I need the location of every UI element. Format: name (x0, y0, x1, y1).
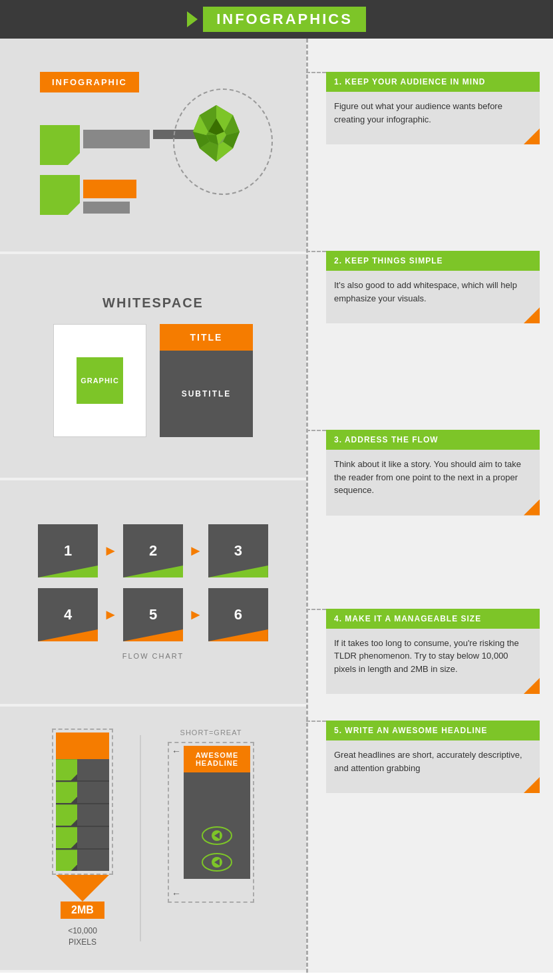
tip-title-2: KEEP THINGS SIMPLE (345, 256, 443, 265)
tip-box-1: 1. KEEP YOUR AUDIENCE IN MIND Figure out… (326, 72, 540, 144)
connector-5 (306, 721, 326, 722)
dark-fill-4 (77, 827, 109, 848)
header: INFOGRAPHICS (0, 0, 553, 39)
flow-num-5: 5 (149, 606, 157, 623)
vertical-dashed-line (306, 39, 308, 973)
green-tri-4 (56, 827, 77, 848)
flow-illustration: 1 ► 2 ► 3 4 ► (27, 524, 279, 660)
row1 (56, 759, 109, 780)
tip-area-3: 3. ADDRESS THE FLOW Think about it like … (306, 337, 553, 529)
header-arrow-icon (187, 11, 198, 27)
tip-number-1: 1. (334, 77, 342, 86)
title-bar: TITLE (160, 324, 253, 351)
flow-arrow-2: ► (188, 542, 203, 560)
green-tri-5 (56, 850, 77, 871)
flow-card-4: 4 (38, 588, 98, 641)
flow-card-5: 5 (123, 588, 183, 641)
green-tri-1 (56, 759, 77, 780)
infographic-body: INFOGRAPHIC (0, 39, 553, 973)
whitespace-illustration: WHITESPACE GRAPHIC TITLE SUBTITLE (27, 295, 279, 437)
tip-header-2: 2. KEEP THINGS SIMPLE (326, 251, 540, 271)
section-whitespace: WHITESPACE GRAPHIC TITLE SUBTITLE (0, 254, 306, 480)
infographic-label: INFOGRAPHIC (40, 72, 139, 92)
green-square-icon-1 (40, 125, 80, 165)
eye-icon-2 (200, 852, 234, 872)
headline-dark-body (184, 772, 250, 879)
eye-icon-1 (200, 826, 234, 846)
connector-1 (306, 72, 326, 73)
flow-num-1: 1 (64, 542, 72, 560)
arrow-down: ← (172, 888, 181, 899)
orange-rect-2 (83, 180, 136, 198)
graphic-label: GRAPHIC (77, 357, 123, 404)
tip-body-3: Think about it like a story. You should … (326, 450, 540, 516)
graphic-box: GRAPHIC (53, 324, 146, 437)
dark-fill-2 (77, 782, 109, 803)
tip-area-4: 4. MAKE IT A MANAGEABLE SIZE If it takes… (306, 529, 553, 708)
flow-row-1: 1 ► 2 ► 3 (27, 524, 279, 577)
tip-title-5: WRITE AN AWESOME HEADLINE (345, 726, 487, 735)
headline-orange-top: AWESOMEHEADLINE (184, 746, 250, 772)
tip-title-3: ADDRESS THE FLOW (345, 435, 439, 444)
left-panels: INFOGRAPHIC (0, 39, 306, 973)
tip-box-2: 2. KEEP THINGS SIMPLE It's also good to … (326, 251, 540, 323)
short-great-label: SHORT=GREAT (180, 729, 242, 736)
tip-number-2: 2. (334, 256, 342, 265)
tip-title-4: MAKE IT A MANAGEABLE SIZE (345, 614, 481, 623)
section-audience: INFOGRAPHIC (0, 39, 306, 254)
vertical-separator (140, 735, 141, 941)
tip-box-3: 3. ADDRESS THE FLOW Think about it like … (326, 430, 540, 516)
arrow-up: ← (172, 746, 181, 756)
flow-arrow-1: ► (103, 542, 118, 560)
tip-body-1: Figure out what your audience wants befo… (326, 92, 540, 144)
tip-body-5: Great headlines are short, accurately de… (326, 740, 540, 793)
whitespace-row: GRAPHIC TITLE SUBTITLE (27, 324, 279, 437)
dark-fill-3 (77, 804, 109, 826)
size-illustration: 2MB <10,000PIXELS SHORT=GREAT ← ← (52, 729, 254, 948)
headline-arrows-wrapper: ← ← AWESOMEHEADLINE (172, 746, 250, 899)
tip-box-5: 5. WRITE AN AWESOME HEADLINE Great headl… (326, 721, 540, 793)
green-tri-2 (56, 782, 77, 803)
flow-num-6: 6 (234, 606, 242, 623)
flow-num-2: 2 (149, 542, 157, 560)
row4 (56, 827, 109, 848)
row2 (56, 782, 109, 803)
tip-title-1: KEEP YOUR AUDIENCE IN MIND (345, 77, 485, 86)
tip-area-5: 5. WRITE AN AWESOME HEADLINE Great headl… (306, 707, 553, 806)
dark-fill-5 (77, 850, 109, 871)
flow-card-2: 2 (123, 524, 183, 577)
tip-area-1: 1. KEEP YOUR AUDIENCE IN MIND Figure out… (306, 39, 553, 158)
mb-label: 2MB (61, 901, 104, 919)
tip-number-3: 3. (334, 435, 342, 444)
flow-card-6: 6 (208, 588, 268, 641)
brain-dashed-circle (173, 88, 273, 195)
arrow-col: ← ← (172, 746, 181, 899)
right-tips: 1. KEEP YOUR AUDIENCE IN MIND Figure out… (306, 39, 553, 973)
flow-arrow-3: ► (103, 606, 118, 623)
footer: core dna (0, 973, 553, 980)
tip-header-4: 4. MAKE IT A MANAGEABLE SIZE (326, 609, 540, 629)
orange-top-bar (56, 733, 109, 759)
whitespace-label: WHITESPACE (27, 295, 279, 311)
audience-illustration: INFOGRAPHIC (27, 59, 279, 232)
flow-card-3: 3 (208, 524, 268, 577)
flow-row-2: 4 ► 5 ► 6 (27, 588, 279, 641)
flow-arrow-4: ► (188, 606, 203, 623)
row3 (56, 804, 109, 826)
headline-col: SHORT=GREAT ← ← AWESOMEHEADLINE (168, 729, 254, 903)
tip-area-2: 2. KEEP THINGS SIMPLE It's also good to … (306, 158, 553, 337)
tip-number-5: 5. (334, 726, 342, 735)
infographic-size-col: 2MB <10,000PIXELS (52, 729, 113, 948)
page-title: INFOGRAPHICS (203, 7, 366, 32)
headline-dashed-border: ← ← AWESOMEHEADLINE (168, 742, 254, 903)
flow-card-1: 1 (38, 524, 98, 577)
title-subtitle-box: TITLE SUBTITLE (160, 324, 253, 437)
pixels-label: <10,000PIXELS (68, 925, 97, 948)
connector-4 (306, 609, 326, 610)
tip-body-2: It's also good to add whitespace, which … (326, 271, 540, 323)
row5 (56, 850, 109, 871)
dark-section (56, 759, 109, 871)
green-tri-3 (56, 804, 77, 826)
dark-fill-1 (77, 759, 109, 780)
header-title-group: INFOGRAPHICS (187, 7, 366, 32)
